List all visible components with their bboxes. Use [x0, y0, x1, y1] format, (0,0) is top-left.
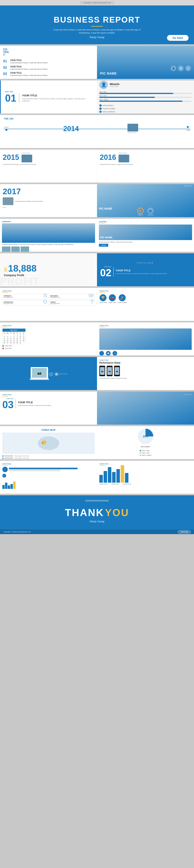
start-time-row: Start Time [2, 345, 95, 347]
timeline-thumbnail [127, 124, 138, 131]
pbar-track-3 [99, 101, 192, 102]
c1 [3, 334, 6, 336]
swot-w: WEAKNESS Description text W [49, 294, 95, 299]
pbar-1: SKILL ONE [99, 91, 192, 94]
pbar-track-1 [99, 93, 192, 94]
cal-icon-box-1: 👤 [99, 351, 104, 355]
slide-summary: SUMMARY It was the best of times, it was… [0, 219, 194, 252]
year-2016: 2016 [100, 153, 116, 162]
cal-icon-1: 👤 [99, 351, 104, 355]
people-item: 👥 PEOPLE [148, 208, 154, 216]
more-button[interactable]: MORE [99, 244, 108, 247]
bar-chart [99, 467, 192, 483]
amount: 18,888 [8, 263, 37, 274]
item-desc-1: It was the best of times, it was the wor… [10, 62, 47, 64]
part-three-left: YOUR TITLE Part One 03 YOUR TITLE It was… [0, 392, 97, 425]
tl-2014: 2014 [63, 125, 79, 132]
separator-18 [0, 494, 194, 495]
bottom-bar: Copyright © http://www.pptstore.net The … [0, 529, 194, 534]
part-one-left: Part One 01 YOUR TITLE It was the best o… [0, 81, 97, 114]
start-label: START [4, 126, 9, 128]
bar-legend-3: YOUR TITLE [123, 484, 131, 485]
region-dot-2 [2, 458, 3, 459]
avatar: 👤 [99, 81, 108, 89]
c5: 2 [16, 334, 19, 336]
region-dot-1 [2, 456, 3, 457]
summary-left: SUMMARY It was the best of times, it was… [0, 219, 97, 252]
go-start-button[interactable]: Go Start [167, 35, 189, 41]
target-icon: 🎯 [137, 208, 143, 214]
region-1: DANGDANG Description text here [2, 455, 95, 457]
slide-timeline: TIME LINE START 2014 YOUR TEXT END [0, 115, 194, 148]
desc-9: It was the best of times, it was the wor… [116, 273, 167, 274]
map-svg [37, 435, 60, 451]
end-time-label: End Time [5, 347, 12, 349]
china-map-visual [2, 433, 95, 454]
end-time-row: End Time [2, 347, 95, 349]
region-desc-1: Description text here [15, 455, 29, 457]
pbar-2: SKILL TWO [99, 95, 192, 98]
c33: 30 [16, 342, 19, 344]
top-watermark-text: Copyright © http://www.pptstore.net [80, 1, 114, 4]
thumb-s3 [21, 246, 29, 252]
c24: 21 [9, 340, 12, 342]
your-title-11-left: YOUR TITLE [2, 290, 95, 292]
mbar-1 [2, 485, 5, 489]
pie-chart-label: PIE CHART [141, 446, 150, 448]
summary-thumbs [2, 246, 95, 252]
contact-text-2: PHONE NUMBER [103, 108, 115, 110]
title-underline [91, 26, 103, 27]
tl-dot-start [5, 129, 7, 131]
tl-dot-end [187, 126, 189, 128]
contact-icon-3: ✉ [99, 111, 102, 113]
timeline-label: TIME LINE [4, 118, 190, 120]
thumb-s1 [2, 246, 10, 252]
author-name: Packy Young [90, 36, 104, 39]
legend-3: PART THREE [140, 455, 152, 456]
the-end-badge[interactable]: The End [178, 530, 191, 533]
region-desc-2: Description text here [15, 457, 29, 459]
data-icon-row: 👤 [2, 467, 95, 472]
your-title-11-right: YOUR TITLE [99, 290, 192, 292]
c31: 28 [9, 342, 12, 344]
profit-left: $ 18,888 Company Profit PROFIT [0, 253, 97, 286]
pie-chart: 25% [138, 429, 153, 444]
slide-swot: YOUR TITLE STRENGTH Description text S W… [0, 288, 194, 321]
your-text-2016: YOUR TEXT [119, 152, 129, 154]
part-one-num: 01 [5, 93, 16, 103]
map-body [38, 436, 59, 450]
mountain-bg-summary [2, 223, 95, 243]
level-three: 🚀 LEVEL THREE [118, 294, 127, 303]
map-dot [42, 442, 43, 443]
separator-9 [0, 286, 194, 288]
china-map-left: CHINA MAP DANGDANG Description text here… [0, 426, 97, 459]
person-icons-row: 👤 💬 [49, 372, 58, 376]
bar-3 [108, 467, 111, 483]
region-list: DANGDANG Description text here DANGDANG … [2, 455, 95, 459]
legend-label-1: PART ONE [142, 450, 150, 452]
c29: 26 [3, 342, 6, 344]
phone-3: 📷 [114, 366, 120, 376]
level-one-label: LEVEL ONE [99, 302, 107, 303]
gear-icon: ⚙ [178, 66, 184, 71]
cal-icon-3: ↗ [112, 351, 117, 355]
pie-center-pct: 25% [143, 435, 148, 438]
slide-thank-you: THANK YOU Packy Young Copyright © http:/… [0, 495, 194, 534]
pic-name-box: PIC NAME [99, 224, 192, 240]
c6: 3 [19, 334, 22, 336]
slide-part-one: Part One 01 YOUR TITLE It was the best o… [0, 81, 194, 114]
c27: 24 [19, 340, 22, 342]
cal-icon-box-2: 💬 [106, 351, 110, 355]
contact-text-1: APPOINTMENT [103, 105, 114, 106]
level-two-icon: 🚗 [109, 294, 116, 301]
slide-devices: 📷 👤 💬 YOUR TITLE YOUR TITLE Performance … [0, 357, 194, 390]
profit-watermark: PROFIT [0, 276, 39, 286]
data-bar-left: DATA PAGE 👤 ↗ [0, 461, 97, 494]
you-word: YOU [105, 507, 129, 518]
performance-right: YOUR TITLE Performance Show 📷 📷 📷 It was… [97, 357, 194, 390]
phone-shapes: 📷 📷 📷 [99, 366, 192, 376]
your-title-9: YOUR TITLE [116, 269, 167, 272]
separator-15 [0, 425, 194, 426]
cal-right-underline [99, 327, 105, 327]
slide-title: BUSINESS REPORT It was the best of times… [0, 5, 194, 44]
